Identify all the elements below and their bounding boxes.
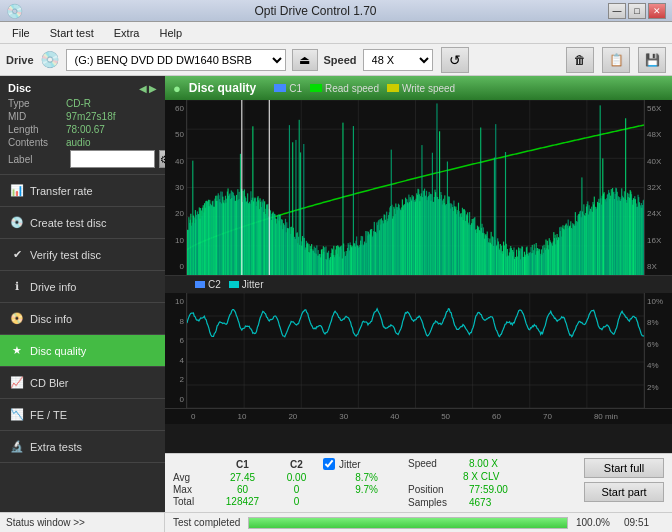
disc-mid-key: MID [8,111,66,122]
menu-start-test[interactable]: Start test [42,25,102,41]
speed-select[interactable]: 48 X [363,49,433,71]
avg-label: Avg [173,472,211,483]
y-right-24x: 24X [645,209,672,218]
sidebar-item-fe-te[interactable]: 📉 FE / TE [0,399,165,431]
sidebar-item-extra-tests-label: Extra tests [30,441,82,453]
status-completed-text: Test completed [173,517,240,528]
menu-help[interactable]: Help [151,25,190,41]
speed-key: Speed [408,458,463,469]
c1-legend-color [274,84,286,92]
erase-icon-button[interactable]: 🗑 [566,47,594,73]
disc-panel-title: Disc [8,82,31,94]
drive-info-icon: ℹ [10,280,24,294]
progress-bar-fill [249,518,567,528]
position-key: Position [408,484,463,495]
sidebar-item-verify-test-disc[interactable]: ✔ Verify test disc [0,239,165,271]
y2-label-6: 6 [165,336,186,345]
position-value: 77:59.00 [469,484,508,495]
sidebar-item-disc-info-label: Disc info [30,313,72,325]
x-label-80: 80 min [594,412,618,421]
read-speed-legend-color [310,84,322,92]
x-label-0: 0 [191,412,195,421]
sidebar-item-transfer-rate-label: Transfer rate [30,185,93,197]
sidebar-item-create-test-disc[interactable]: 💿 Create test disc [0,207,165,239]
disc-info-icon: 📀 [10,312,24,326]
menubar: File Start test Extra Help [0,22,672,44]
avg-c2: 0.00 [274,472,319,483]
menu-file[interactable]: File [4,25,38,41]
y-right-40x: 40X [645,157,672,166]
sidebar-item-disc-quality-label: Disc quality [30,345,86,357]
sidebar-item-drive-info[interactable]: ℹ Drive info [0,271,165,303]
start-part-button[interactable]: Start part [584,482,664,502]
y2-right-2pct: 2% [645,383,672,392]
y2-right-10pct: 10% [645,297,672,306]
refresh-button[interactable]: ↺ [441,47,469,73]
speed-value: 8.00 X [469,458,498,469]
c2-legend-color [195,281,205,288]
minimize-button[interactable]: — [608,3,626,19]
sidebar-item-disc-quality[interactable]: ★ Disc quality [0,335,165,367]
c2-jitter-canvas [187,293,644,408]
titlebar-controls: — □ ✕ [608,3,666,19]
y-right-16x: 16X [645,236,672,245]
read-speed-legend-label: Read speed [325,83,379,94]
y2-label-8: 8 [165,317,186,326]
disc-contents-key: Contents [8,137,66,148]
c2-legend-label: C2 [208,279,221,290]
app-icon: 💿 [6,3,23,19]
disc-label-key: Label [8,154,66,165]
jitter-legend-color [229,281,239,288]
copy-icon-button[interactable]: 📋 [602,47,630,73]
avg-jitter: 8.7% [323,472,378,483]
sidebar: Disc ◀ ▶ Type CD-R MID 97m27s18f Length … [0,76,165,512]
avg-c1: 27.45 [215,472,270,483]
y-label-60: 60 [165,104,186,113]
disc-mid-val: 97m27s18f [66,111,115,122]
speed-label: Speed [324,54,357,66]
y2-right-8pct: 8% [645,318,672,327]
disc-next-arrow[interactable]: ▶ [149,83,157,94]
disc-type-key: Type [8,98,66,109]
drive-label: Drive [6,54,34,66]
sidebar-item-cd-bler[interactable]: 📈 CD Bler [0,367,165,399]
x-label-30: 30 [339,412,348,421]
statusbar: Status window >> Test completed 100.0% 0… [0,512,672,532]
disc-label-input[interactable] [70,150,155,168]
y-label-20: 20 [165,209,186,218]
content-area: ● Disc quality C1 Read speed Write speed [165,76,672,512]
stats-speed-panel: Speed 8.00 X 8 X CLV Position 77:59.00 S… [408,458,508,508]
y2-right-6pct: 6% [645,340,672,349]
sidebar-item-disc-info[interactable]: 📀 Disc info [0,303,165,335]
create-test-disc-icon: 💿 [10,216,24,230]
status-window-button[interactable]: Status window >> [0,513,165,532]
total-label: Total [173,496,211,507]
jitter-checkbox[interactable] [323,458,335,470]
status-right: Test completed 100.0% 09:51 [165,517,672,529]
y-right-32x: 32X [645,183,672,192]
fe-te-icon: 📉 [10,408,24,422]
disc-prev-arrow[interactable]: ◀ [139,83,147,94]
start-buttons: Start full Start part [584,458,664,502]
verify-test-disc-icon: ✔ [10,248,24,262]
x-label-20: 20 [288,412,297,421]
col-header-jitter: Jitter [339,459,361,470]
sidebar-item-extra-tests[interactable]: 🔬 Extra tests [0,431,165,463]
write-speed-legend-label: Write speed [402,83,455,94]
y-label-10: 10 [165,236,186,245]
legend-top: C1 Read speed Write speed [274,83,455,94]
x-axis-labels: 0 10 20 30 40 50 60 70 80 min [165,408,672,424]
chart-c1: 60 50 40 30 20 10 0 56X 48X 40X 32X 24X … [165,100,672,275]
save-icon-button[interactable]: 💾 [638,47,666,73]
maximize-button[interactable]: □ [628,3,646,19]
menu-extra[interactable]: Extra [106,25,148,41]
sidebar-item-transfer-rate[interactable]: 📊 Transfer rate [0,175,165,207]
eject-button[interactable]: ⏏ [292,49,318,71]
total-c1: 128427 [215,496,270,507]
close-button[interactable]: ✕ [648,3,666,19]
progress-time: 09:51 [624,517,664,528]
start-full-button[interactable]: Start full [584,458,664,478]
drive-select[interactable]: (G:) BENQ DVD DD DW1640 BSRB [66,49,286,71]
extra-tests-icon: 🔬 [10,440,24,454]
disc-length-val: 78:00.67 [66,124,105,135]
